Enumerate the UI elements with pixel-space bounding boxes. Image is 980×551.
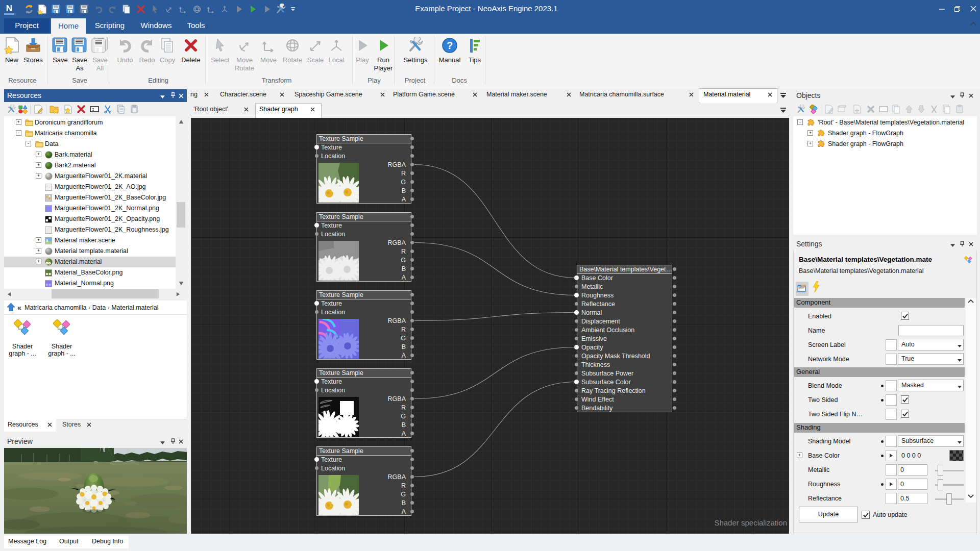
svg-text:I: I [92, 107, 94, 112]
svg-text:?: ? [447, 40, 453, 51]
